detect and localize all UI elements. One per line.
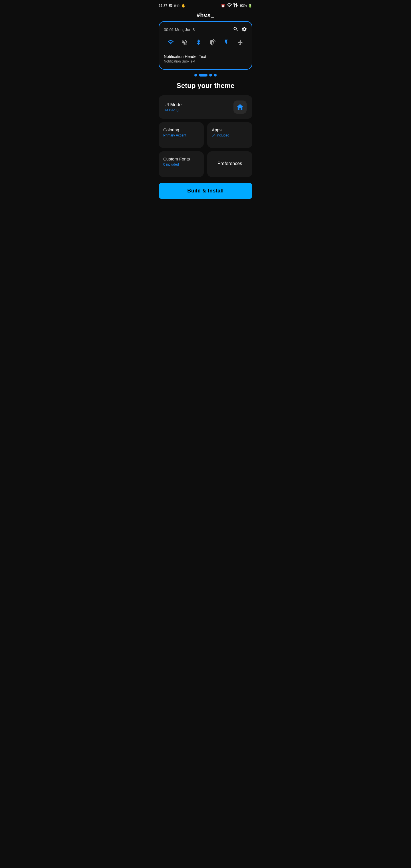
notification-sub-text: Notification Sub-Text <box>164 59 247 63</box>
signal-icon <box>233 2 239 9</box>
preview-notification: Notification Header Text Notification Su… <box>164 53 247 63</box>
apps-title: Apps <box>212 127 248 132</box>
custom-fonts-card[interactable]: Custom Fonts 0 included <box>159 151 204 177</box>
ui-mode-text: UI Mode AOSP Q <box>164 102 182 112</box>
build-install-button[interactable]: Build & Install <box>159 183 252 199</box>
battery-percent: 93% <box>240 4 247 8</box>
page-indicator <box>154 70 257 81</box>
br-icon: B·R <box>174 4 180 7</box>
custom-fonts-subtitle: 0 included <box>163 162 199 166</box>
coloring-card[interactable]: Coloring Primary Accent <box>159 122 204 148</box>
ui-mode-subtitle: AOSP Q <box>164 108 182 112</box>
settings-icon <box>242 26 247 33</box>
photo-icon: 🖼 <box>169 4 172 8</box>
preferences-card[interactable]: Preferences <box>207 151 252 177</box>
status-bar: 11:37 🖼 B·R ✋ ⏰ 93% 🔋 <box>154 0 257 10</box>
preview-card: 00:01 Mon, Jun 3 Notific <box>159 21 252 70</box>
cards-row-1: Coloring Primary Accent Apps 54 included <box>159 122 252 148</box>
wifi-icon <box>226 2 232 9</box>
cards-row-2: Custom Fonts 0 included Preferences <box>159 151 252 177</box>
flashlight-icon <box>221 37 231 48</box>
apps-subtitle: 54 included <box>212 133 248 137</box>
coloring-subtitle: Primary Accent <box>163 133 199 137</box>
ui-mode-icon-box <box>233 100 247 114</box>
custom-fonts-title: Custom Fonts <box>163 156 199 161</box>
app-title: #hex_ <box>154 10 257 21</box>
home-shield-icon <box>236 103 244 111</box>
silent-icon <box>180 37 190 48</box>
coloring-title: Coloring <box>163 127 199 132</box>
alarm-icon: ⏰ <box>221 4 225 8</box>
preview-header: 00:01 Mon, Jun 3 <box>164 26 247 33</box>
ui-mode-card[interactable]: UI Mode AOSP Q <box>159 95 252 119</box>
indicator-dot-1 <box>194 74 197 76</box>
notification-header-text: Notification Header Text <box>164 54 247 59</box>
apps-card[interactable]: Apps 54 included <box>207 122 252 148</box>
quick-settings-row <box>164 37 247 48</box>
bluetooth-icon <box>193 37 204 48</box>
indicator-dot-3 <box>209 74 212 76</box>
hand-icon: ✋ <box>181 3 186 8</box>
search-icon <box>233 26 239 33</box>
setup-title: Setup your theme <box>154 81 257 95</box>
indicator-dot-active <box>199 74 208 76</box>
airplane-icon <box>235 37 246 48</box>
ui-mode-title: UI Mode <box>164 102 182 107</box>
status-left: 11:37 🖼 B·R ✋ <box>159 3 186 8</box>
preview-header-icons <box>233 26 247 33</box>
status-right: ⏰ 93% 🔋 <box>221 2 252 9</box>
wifi-qs-icon <box>165 37 176 48</box>
battery-icon: 🔋 <box>248 4 252 8</box>
preview-time: 00:01 Mon, Jun 3 <box>164 27 195 32</box>
build-install-label: Build & Install <box>187 188 224 194</box>
preferences-title: Preferences <box>218 161 242 166</box>
status-time: 11:37 <box>159 4 167 8</box>
indicator-dot-4 <box>214 74 217 76</box>
rotate-icon <box>207 37 218 48</box>
